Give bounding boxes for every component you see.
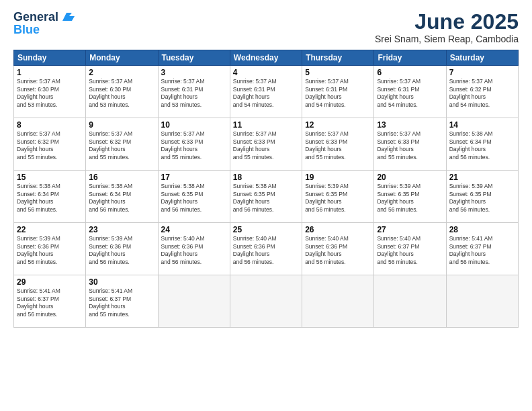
day-number: 16	[89, 173, 154, 182]
day-info: Sunrise: 5:37 AM Sunset: 6:31 PM Dayligh…	[305, 78, 371, 109]
col-thursday: Thursday	[302, 50, 374, 66]
calendar-cell	[446, 275, 518, 328]
calendar-cell: 28 Sunrise: 5:41 AM Sunset: 6:37 PM Dayl…	[446, 223, 518, 275]
col-saturday: Saturday	[446, 50, 518, 66]
calendar-cell: 22 Sunrise: 5:39 AM Sunset: 6:36 PM Dayl…	[14, 223, 86, 275]
day-number: 23	[89, 225, 154, 234]
calendar-cell: 14 Sunrise: 5:38 AM Sunset: 6:34 PM Dayl…	[446, 118, 518, 171]
day-info: Sunrise: 5:37 AM Sunset: 6:31 PM Dayligh…	[161, 78, 227, 109]
location: Srei Snam, Siem Reap, Cambodia	[375, 34, 519, 44]
calendar-cell	[374, 275, 446, 328]
day-info: Sunrise: 5:37 AM Sunset: 6:33 PM Dayligh…	[377, 130, 443, 161]
calendar-cell: 18 Sunrise: 5:38 AM Sunset: 6:35 PM Dayl…	[230, 171, 302, 223]
calendar-row: 15 Sunrise: 5:38 AM Sunset: 6:34 PM Dayl…	[14, 171, 519, 223]
day-number: 9	[89, 120, 154, 130]
day-number: 24	[161, 225, 227, 234]
calendar-cell: 16 Sunrise: 5:38 AM Sunset: 6:34 PM Dayl…	[86, 171, 158, 223]
calendar-cell: 26 Sunrise: 5:40 AM Sunset: 6:36 PM Dayl…	[302, 223, 374, 275]
day-number: 2	[89, 68, 154, 77]
col-sunday: Sunday	[14, 50, 86, 66]
day-info: Sunrise: 5:40 AM Sunset: 6:36 PM Dayligh…	[161, 235, 227, 266]
calendar-cell: 8 Sunrise: 5:37 AM Sunset: 6:32 PM Dayli…	[14, 118, 86, 171]
day-info: Sunrise: 5:40 AM Sunset: 6:37 PM Dayligh…	[377, 235, 443, 266]
day-info: Sunrise: 5:39 AM Sunset: 6:35 PM Dayligh…	[305, 183, 371, 214]
day-info: Sunrise: 5:39 AM Sunset: 6:35 PM Dayligh…	[449, 183, 515, 214]
calendar-cell: 19 Sunrise: 5:39 AM Sunset: 6:35 PM Dayl…	[302, 171, 374, 223]
calendar-cell: 5 Sunrise: 5:37 AM Sunset: 6:31 PM Dayli…	[302, 66, 374, 118]
calendar-cell: 7 Sunrise: 5:37 AM Sunset: 6:32 PM Dayli…	[446, 66, 518, 118]
day-info: Sunrise: 5:39 AM Sunset: 6:36 PM Dayligh…	[17, 235, 83, 266]
day-number: 12	[305, 120, 371, 130]
calendar-cell: 10 Sunrise: 5:37 AM Sunset: 6:33 PM Dayl…	[158, 118, 230, 171]
calendar-cell: 21 Sunrise: 5:39 AM Sunset: 6:35 PM Dayl…	[446, 171, 518, 223]
day-number: 5	[305, 68, 371, 77]
day-number: 11	[233, 120, 299, 130]
day-info: Sunrise: 5:37 AM Sunset: 6:32 PM Dayligh…	[17, 130, 83, 161]
svg-marker-0	[62, 13, 75, 21]
day-info: Sunrise: 5:37 AM Sunset: 6:33 PM Dayligh…	[161, 130, 227, 161]
logo-icon	[60, 13, 75, 22]
day-info: Sunrise: 5:37 AM Sunset: 6:30 PM Dayligh…	[89, 78, 154, 109]
calendar-table: Sunday Monday Tuesday Wednesday Thursday…	[13, 50, 519, 328]
calendar-cell: 9 Sunrise: 5:37 AM Sunset: 6:32 PM Dayli…	[86, 118, 158, 171]
calendar-cell: 11 Sunrise: 5:37 AM Sunset: 6:33 PM Dayl…	[230, 118, 302, 171]
day-info: Sunrise: 5:38 AM Sunset: 6:34 PM Dayligh…	[89, 183, 154, 214]
col-tuesday: Tuesday	[158, 50, 230, 66]
day-info: Sunrise: 5:39 AM Sunset: 6:35 PM Dayligh…	[377, 183, 443, 214]
calendar-row: 22 Sunrise: 5:39 AM Sunset: 6:36 PM Dayl…	[14, 223, 519, 275]
day-info: Sunrise: 5:41 AM Sunset: 6:37 PM Dayligh…	[449, 235, 515, 266]
day-number: 21	[449, 173, 515, 182]
calendar-cell	[302, 275, 374, 328]
col-wednesday: Wednesday	[230, 50, 302, 66]
logo-blue: Blue	[13, 23, 40, 37]
day-number: 17	[161, 173, 227, 182]
calendar-cell: 20 Sunrise: 5:39 AM Sunset: 6:35 PM Dayl…	[374, 171, 446, 223]
day-info: Sunrise: 5:37 AM Sunset: 6:31 PM Dayligh…	[233, 78, 299, 109]
day-number: 8	[17, 120, 83, 130]
logo: General Blue	[13, 10, 75, 37]
page: General Blue June 2025 Srei Snam, Siem R…	[0, 0, 532, 411]
day-number: 14	[449, 120, 515, 130]
day-info: Sunrise: 5:37 AM Sunset: 6:31 PM Dayligh…	[377, 78, 443, 109]
day-number: 18	[233, 173, 299, 182]
col-friday: Friday	[374, 50, 446, 66]
day-info: Sunrise: 5:37 AM Sunset: 6:33 PM Dayligh…	[305, 130, 371, 161]
day-number: 6	[377, 68, 443, 77]
calendar-cell: 23 Sunrise: 5:39 AM Sunset: 6:36 PM Dayl…	[86, 223, 158, 275]
day-number: 3	[161, 68, 227, 77]
calendar-cell: 29 Sunrise: 5:41 AM Sunset: 6:37 PM Dayl…	[14, 275, 86, 328]
day-number: 27	[377, 225, 443, 234]
day-info: Sunrise: 5:38 AM Sunset: 6:34 PM Dayligh…	[17, 183, 83, 214]
calendar-cell: 6 Sunrise: 5:37 AM Sunset: 6:31 PM Dayli…	[374, 66, 446, 118]
day-info: Sunrise: 5:41 AM Sunset: 6:37 PM Dayligh…	[17, 287, 83, 318]
calendar-row: 29 Sunrise: 5:41 AM Sunset: 6:37 PM Dayl…	[14, 275, 519, 328]
day-info: Sunrise: 5:37 AM Sunset: 6:32 PM Dayligh…	[449, 78, 515, 109]
day-info: Sunrise: 5:39 AM Sunset: 6:36 PM Dayligh…	[89, 235, 154, 266]
day-number: 4	[233, 68, 299, 77]
day-number: 29	[17, 277, 83, 287]
day-number: 25	[233, 225, 299, 234]
calendar-cell: 24 Sunrise: 5:40 AM Sunset: 6:36 PM Dayl…	[158, 223, 230, 275]
calendar-cell: 30 Sunrise: 5:41 AM Sunset: 6:37 PM Dayl…	[86, 275, 158, 328]
day-number: 30	[89, 277, 154, 287]
day-number: 10	[161, 120, 227, 130]
day-number: 7	[449, 68, 515, 77]
col-monday: Monday	[86, 50, 158, 66]
calendar-cell	[158, 275, 230, 328]
calendar-row: 1 Sunrise: 5:37 AM Sunset: 6:30 PM Dayli…	[14, 66, 519, 118]
day-number: 1	[17, 68, 83, 77]
day-info: Sunrise: 5:40 AM Sunset: 6:36 PM Dayligh…	[305, 235, 371, 266]
day-info: Sunrise: 5:41 AM Sunset: 6:37 PM Dayligh…	[89, 287, 154, 318]
day-info: Sunrise: 5:38 AM Sunset: 6:35 PM Dayligh…	[233, 183, 299, 214]
calendar-cell: 15 Sunrise: 5:38 AM Sunset: 6:34 PM Dayl…	[14, 171, 86, 223]
day-number: 19	[305, 173, 371, 182]
day-number: 22	[17, 225, 83, 234]
calendar-cell: 13 Sunrise: 5:37 AM Sunset: 6:33 PM Dayl…	[374, 118, 446, 171]
calendar-cell: 12 Sunrise: 5:37 AM Sunset: 6:33 PM Dayl…	[302, 118, 374, 171]
day-info: Sunrise: 5:37 AM Sunset: 6:32 PM Dayligh…	[89, 130, 154, 161]
day-number: 13	[377, 120, 443, 130]
day-info: Sunrise: 5:37 AM Sunset: 6:30 PM Dayligh…	[17, 78, 83, 109]
calendar-cell: 17 Sunrise: 5:38 AM Sunset: 6:35 PM Dayl…	[158, 171, 230, 223]
logo-general: General	[13, 10, 58, 24]
calendar-cell: 2 Sunrise: 5:37 AM Sunset: 6:30 PM Dayli…	[86, 66, 158, 118]
